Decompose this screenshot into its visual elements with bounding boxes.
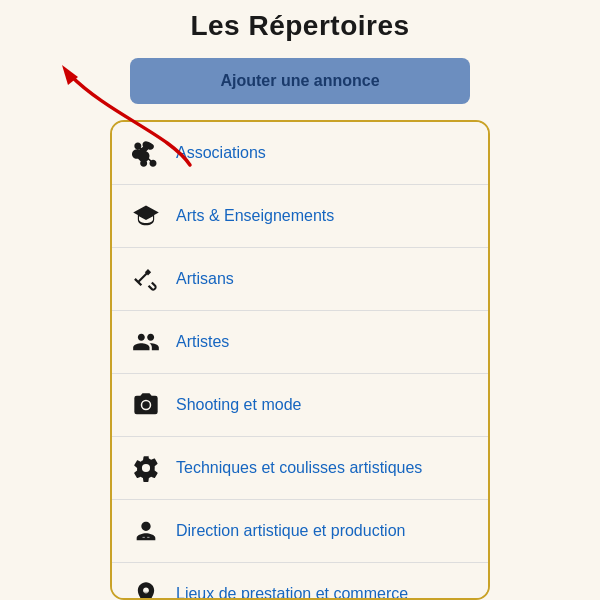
menu-label-arts: Arts & Enseignements (176, 207, 334, 225)
page-wrapper: Les Répertoires Ajouter une annonce Asso… (0, 0, 600, 600)
svg-rect-2 (143, 537, 145, 538)
location-icon (128, 576, 164, 600)
svg-rect-4 (141, 592, 150, 598)
gear-icon (128, 450, 164, 486)
menu-label-shooting: Shooting et mode (176, 396, 301, 414)
page-title: Les Répertoires (190, 10, 409, 42)
artists-icon (128, 324, 164, 360)
camera-icon (128, 387, 164, 423)
menu-item-shooting[interactable]: Shooting et mode (112, 374, 488, 437)
menu-label-artisans: Artisans (176, 270, 234, 288)
menu-item-associations[interactable]: Associations (112, 122, 488, 185)
menu-label-techniques: Techniques et coulisses artistiques (176, 459, 422, 477)
svg-rect-3 (147, 537, 149, 538)
svg-marker-0 (62, 65, 78, 85)
menu-item-direction[interactable]: Direction artistique et production (112, 500, 488, 563)
heart-hand-icon (128, 135, 164, 171)
svg-point-1 (150, 466, 154, 470)
menu-item-artistes[interactable]: Artistes (112, 311, 488, 374)
menu-label-artistes: Artistes (176, 333, 229, 351)
menu-label-associations: Associations (176, 144, 266, 162)
menu-item-techniques[interactable]: Techniques et coulisses artistiques (112, 437, 488, 500)
hammer-icon (128, 261, 164, 297)
menu-label-lieux: Lieux de prestation et commerce (176, 585, 408, 600)
menu-container: Associations Arts & Enseignements Artisa… (110, 120, 490, 600)
menu-item-arts[interactable]: Arts & Enseignements (112, 185, 488, 248)
menu-item-artisans[interactable]: Artisans (112, 248, 488, 311)
menu-label-direction: Direction artistique et production (176, 522, 405, 540)
menu-item-lieux[interactable]: Lieux de prestation et commerce (112, 563, 488, 600)
director-icon (128, 513, 164, 549)
graduation-icon (128, 198, 164, 234)
add-announcement-button[interactable]: Ajouter une annonce (130, 58, 470, 104)
